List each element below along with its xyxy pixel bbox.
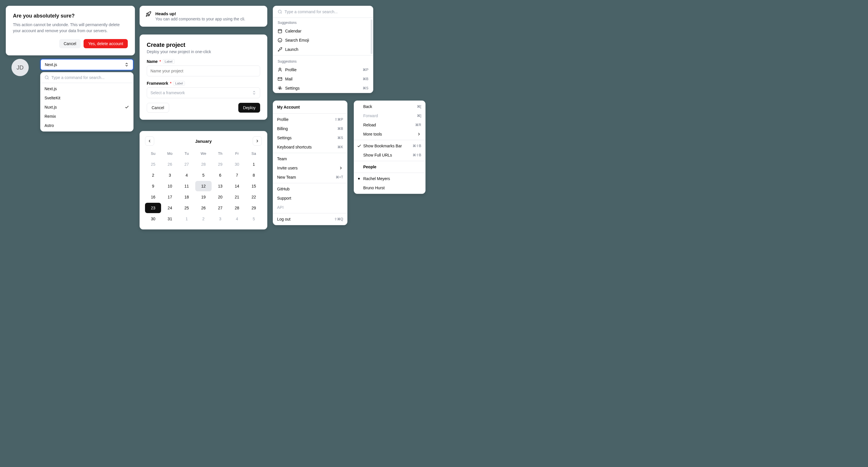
calendar-day[interactable]: 21 [229, 192, 245, 202]
scrollbar[interactable] [371, 20, 372, 54]
menu-item[interactable]: Settings⌘S [273, 133, 347, 143]
check-icon [125, 105, 129, 110]
context-menu-item[interactable]: Bruno Hurst [354, 183, 425, 192]
cancel-button[interactable]: Cancel [147, 103, 169, 113]
calendar-day[interactable]: 14 [229, 181, 245, 191]
palette-item[interactable]: Search Emoji [273, 36, 373, 45]
context-menu-item[interactable]: Show Full URLs⌘⇧B [354, 151, 425, 160]
calendar-day[interactable]: 30 [229, 159, 245, 169]
calendar-day[interactable]: 25 [179, 203, 195, 213]
combobox-item[interactable]: Astro [42, 121, 132, 130]
combobox-item[interactable]: Remix [42, 112, 132, 121]
calendar-day[interactable]: 28 [229, 203, 245, 213]
calendar-day[interactable]: 1 [246, 159, 262, 169]
calendar-day[interactable]: 23 [145, 203, 161, 213]
combobox-item[interactable]: Nuxt.js [42, 102, 132, 112]
headsup-alert: Heads up! You can add components to your… [140, 6, 267, 27]
project-name-input[interactable] [147, 65, 260, 76]
calendar-month: January [195, 139, 212, 144]
calendar-day[interactable]: 2 [195, 214, 211, 224]
menu-item[interactable]: Keyboard shortcuts⌘K [273, 143, 347, 152]
calendar-day[interactable]: 19 [195, 192, 211, 202]
combobox-trigger[interactable]: Next.js [40, 59, 133, 70]
deploy-button[interactable]: Deploy [238, 103, 260, 113]
framework-select[interactable]: Select a framework [147, 87, 260, 98]
context-menu-item[interactable]: More tools [354, 129, 425, 139]
search-icon [278, 9, 282, 14]
calendar-day[interactable]: 30 [145, 214, 161, 224]
calendar-day[interactable]: 2 [145, 170, 161, 180]
calendar-day[interactable]: 27 [179, 159, 195, 169]
calendar-day[interactable]: 8 [246, 170, 262, 180]
calendar-day[interactable]: 28 [195, 159, 211, 169]
calendar-day[interactable]: 13 [212, 181, 228, 191]
calendar-day[interactable]: 18 [179, 192, 195, 202]
context-menu-item[interactable]: Show Bookmarks Bar⌘⇧B [354, 141, 425, 151]
project-actions: Cancel Deploy [147, 103, 260, 113]
palette-item[interactable]: Settings⌘S [273, 84, 373, 93]
calendar-day[interactable]: 4 [229, 214, 245, 224]
calendar-day[interactable]: 29 [246, 203, 262, 213]
combobox-search[interactable]: Type a command for search... [40, 72, 133, 83]
palette-item[interactable]: Mail⌘B [273, 74, 373, 84]
calendar-day[interactable]: 10 [162, 181, 178, 191]
calendar-day[interactable]: 6 [212, 170, 228, 180]
calendar-day[interactable]: 9 [145, 181, 161, 191]
avatar[interactable]: JD [11, 59, 29, 76]
calendar-day[interactable]: 7 [229, 170, 245, 180]
menu-item[interactable]: Profile⇧⌘P [273, 115, 347, 124]
calendar-day[interactable]: 22 [246, 192, 262, 202]
menu-separator [273, 183, 347, 183]
palette-item[interactable]: Calendar [273, 26, 373, 36]
calendar-day[interactable]: 5 [246, 214, 262, 224]
keyboard-shortcut: ⌘B [363, 77, 368, 81]
calendar-day[interactable]: 25 [145, 159, 161, 169]
palette-search[interactable]: Type a command for search... [273, 6, 373, 18]
menu-item[interactable]: New Team⌘+T [273, 173, 347, 182]
menu-separator [273, 114, 347, 114]
project-title: Create project [147, 42, 260, 48]
menu-item[interactable]: Support [273, 194, 347, 203]
confirm-delete-button[interactable]: Yes, delete account [84, 39, 128, 48]
context-menu-item[interactable]: Reload⌘R [354, 120, 425, 129]
combobox-item[interactable]: SvelteKit [42, 93, 132, 102]
context-menu-item[interactable]: Rachel Meyers [354, 174, 425, 183]
framework-combobox: Next.js Type a command for search... Nex… [40, 59, 133, 131]
calendar-day[interactable]: 5 [195, 170, 211, 180]
calendar-day[interactable]: 3 [212, 214, 228, 224]
menu-item[interactable]: Team [273, 154, 347, 163]
calendar-day[interactable]: 20 [212, 192, 228, 202]
calendar-day[interactable]: 26 [195, 203, 211, 213]
calendar-day[interactable]: 26 [162, 159, 178, 169]
menu-item[interactable]: GitHub [273, 184, 347, 194]
calendar-day[interactable]: 3 [162, 170, 178, 180]
calendar-day[interactable]: 31 [162, 214, 178, 224]
menu-item[interactable]: Invite users [273, 163, 347, 173]
svg-point-4 [279, 68, 281, 70]
context-menu-item[interactable]: Back⌘[ [354, 102, 425, 111]
calendar-day[interactable]: 11 [179, 181, 195, 191]
menu-item[interactable]: Billing⌘B [273, 124, 347, 133]
palette-item[interactable]: Launch [273, 45, 373, 54]
prev-month-button[interactable] [145, 136, 154, 146]
calendar-day[interactable]: 15 [246, 181, 262, 191]
menu-separator [354, 140, 425, 140]
calendar-day[interactable]: 12 [195, 181, 211, 191]
calendar-dow: Th [212, 149, 228, 159]
calendar-day[interactable]: 16 [145, 192, 161, 202]
label-pill: Label [163, 59, 175, 64]
next-month-button[interactable] [253, 136, 262, 146]
calendar-day[interactable]: 24 [162, 203, 178, 213]
menu-item[interactable]: Log out⇧⌘Q [273, 215, 347, 224]
calendar-day[interactable]: 27 [212, 203, 228, 213]
combobox-popover: Type a command for search... Next.jsSvel… [40, 72, 133, 131]
calendar-day[interactable]: 29 [212, 159, 228, 169]
calendar-day[interactable]: 1 [179, 214, 195, 224]
combobox-item[interactable]: Next.js [42, 84, 132, 93]
cancel-button[interactable]: Cancel [59, 39, 81, 48]
avatar-initials: JD [17, 64, 24, 71]
calendar-day[interactable]: 17 [162, 192, 178, 202]
palette-item[interactable]: Profile⌘P [273, 65, 373, 74]
chevron-right-icon [255, 139, 259, 143]
calendar-day[interactable]: 4 [179, 170, 195, 180]
